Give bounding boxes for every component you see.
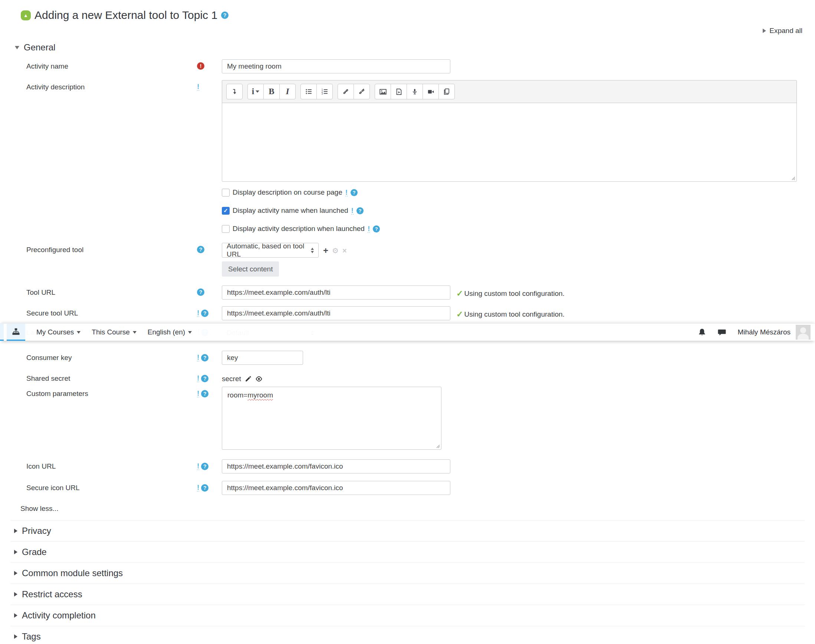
messages-icon[interactable] (717, 328, 726, 337)
icon-url-input[interactable] (222, 459, 451, 474)
help-icon[interactable]: ? (221, 11, 229, 19)
secure-tool-url-label: Secure tool URL (26, 306, 197, 317)
help-icon[interactable]: ? (197, 288, 205, 296)
expand-all-link[interactable]: Expand all (763, 27, 803, 35)
ordered-list-icon[interactable]: 123 (317, 84, 333, 100)
bold-icon[interactable]: B (263, 84, 280, 100)
preconfigured-tool-row: Preconfigured tool ? Automatic, based on… (0, 243, 815, 258)
avatar[interactable] (796, 325, 810, 340)
custom-parameters-textarea[interactable]: room=myroom (222, 387, 441, 450)
nav-language[interactable]: English (en) (148, 324, 192, 341)
chevron-down-icon (133, 331, 137, 334)
collapse-toolbar-icon[interactable] (226, 84, 243, 100)
help-icon[interactable]: ? (201, 463, 209, 470)
page-title: Adding a new External tool to Topic 1 (34, 9, 217, 21)
link-icon[interactable] (338, 84, 354, 100)
preconfigured-tool-label: Preconfigured tool (26, 243, 197, 254)
custom-parameters-label: Custom parameters (26, 387, 197, 398)
activity-description-label: Activity description (26, 80, 197, 91)
record-audio-icon[interactable] (407, 84, 423, 100)
select-content-button[interactable]: Select content (222, 261, 279, 277)
collapsed-sections: Privacy Grade Common module settings Res… (11, 520, 804, 644)
advanced-field-icon: ! (351, 207, 354, 215)
display-activity-description-checkbox[interactable] (222, 225, 230, 233)
custom-parameters-row: Custom parameters ! ? room=myroom (0, 387, 815, 450)
help-icon[interactable]: ? (201, 390, 209, 397)
help-icon[interactable]: ? (201, 310, 209, 317)
display-activity-description-label: Display activity description when launch… (232, 225, 364, 233)
advanced-field-icon: ! (197, 83, 199, 91)
display-activity-description-checkbox-row[interactable]: Display activity description when launch… (222, 225, 815, 233)
display-name-checkbox[interactable]: ✓ (222, 207, 230, 215)
display-name-label: Display activity name when launched (232, 207, 348, 215)
help-icon[interactable]: ? (201, 484, 209, 492)
sitemap-icon[interactable] (7, 324, 25, 341)
resize-handle-icon[interactable] (791, 176, 795, 180)
advanced-field-icon: ! (197, 374, 199, 382)
external-tool-form-page: ▲ Adding a new External tool to Topic 1 … (0, 0, 815, 644)
secure-tool-url-status: ✓ Using custom tool configuration. (456, 306, 564, 319)
insert-media-icon[interactable] (391, 84, 407, 100)
secure-tool-url-input[interactable] (222, 306, 451, 320)
icon-url-label: Icon URL (26, 459, 197, 471)
required-icon: ! (197, 62, 205, 70)
secure-icon-url-input[interactable] (222, 481, 451, 495)
reveal-eye-icon[interactable] (255, 375, 263, 383)
unordered-list-icon[interactable] (300, 84, 317, 100)
add-tool-icon[interactable]: + (323, 246, 328, 255)
record-video-icon[interactable] (423, 84, 439, 100)
edit-tool-gear-icon: ⚙ (332, 247, 339, 255)
help-icon[interactable]: ? (201, 354, 209, 362)
notifications-bell-icon[interactable] (698, 328, 706, 337)
chevron-right-icon (14, 529, 17, 533)
secure-icon-url-row: Secure icon URL ! ? (0, 481, 815, 495)
manage-files-icon[interactable] (438, 84, 455, 100)
tool-url-input[interactable] (222, 285, 451, 300)
help-icon[interactable]: ? (373, 225, 380, 233)
svg-text:3: 3 (321, 92, 323, 95)
chevron-right-icon (14, 550, 17, 554)
section-tags[interactable]: Tags (11, 626, 804, 644)
activity-name-input[interactable] (222, 59, 451, 74)
resize-handle-icon[interactable] (435, 444, 440, 448)
navbar-band: Launch container ! ? Default My Cou (0, 323, 815, 349)
chevron-down-icon (77, 331, 80, 334)
section-activity-completion[interactable]: Activity completion (11, 605, 804, 626)
text-styles-icon[interactable]: i (248, 84, 264, 100)
editor-text-area[interactable] (222, 103, 797, 181)
section-privacy[interactable]: Privacy (11, 520, 804, 541)
preconfigured-tool-select[interactable]: Automatic, based on tool URL (222, 243, 319, 258)
expand-all-label: Expand all (769, 27, 803, 35)
display-description-checkbox-row[interactable]: Display description on course page ! ? (222, 189, 815, 196)
nav-tab-sliver[interactable] (0, 324, 4, 341)
shared-secret-label: Shared secret (26, 371, 197, 383)
preconfigured-tool-value: Automatic, based on tool URL (227, 242, 306, 258)
display-description-checkbox[interactable] (222, 189, 230, 196)
consumer-key-label: Consumer key (26, 351, 197, 362)
insert-image-icon[interactable] (375, 84, 391, 100)
help-icon[interactable]: ? (197, 246, 205, 253)
nav-my-courses[interactable]: My Courses (36, 324, 80, 341)
section-restrict-access[interactable]: Restrict access (11, 584, 804, 605)
help-icon[interactable]: ? (357, 207, 363, 214)
help-icon[interactable]: ? (201, 375, 209, 382)
custom-parameters-flagged-word: myroom (248, 391, 273, 399)
user-name: Mihály Mészáros (738, 328, 790, 336)
section-grade[interactable]: Grade (11, 541, 804, 563)
section-common-module-settings[interactable]: Common module settings (11, 563, 804, 584)
unlink-icon[interactable] (354, 84, 370, 100)
secure-icon-url-label: Secure icon URL (26, 481, 197, 492)
edit-pencil-icon[interactable] (245, 376, 252, 382)
nav-this-course[interactable]: This Course (92, 324, 136, 341)
user-menu[interactable]: Mihály Mészáros (738, 325, 810, 340)
advanced-field-icon: ! (197, 389, 199, 397)
section-general-title: General (24, 42, 55, 53)
italic-icon[interactable]: I (279, 84, 296, 100)
top-navbar: My Courses This Course English (en) Mihá… (0, 323, 815, 341)
consumer-key-input[interactable] (222, 351, 303, 365)
section-general-toggle[interactable]: General (15, 42, 815, 53)
help-icon[interactable]: ? (351, 189, 358, 196)
activity-name-row: Activity name ! (0, 59, 815, 74)
display-name-checkbox-row[interactable]: ✓ Display activity name when launched ! … (222, 207, 815, 215)
show-less-link[interactable]: Show less... (20, 504, 815, 513)
